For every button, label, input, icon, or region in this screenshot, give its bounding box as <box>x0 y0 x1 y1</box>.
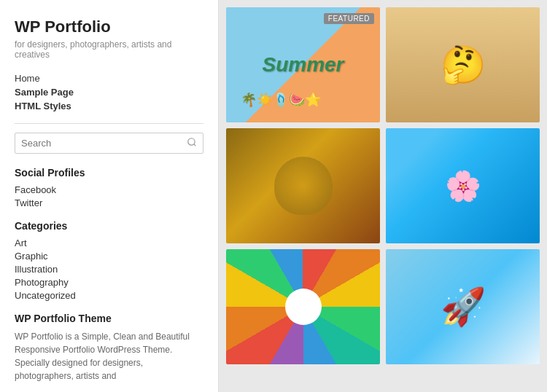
theme-description: WP Portfolio is a Simple, Clean and Beau… <box>15 330 203 383</box>
portfolio-item-buddha[interactable] <box>226 128 380 243</box>
portfolio-grid: Summer FEATURED 🤔 🌸 <box>226 7 540 364</box>
svg-line-1 <box>194 144 196 146</box>
category-uncategorized[interactable]: Uncategorized <box>15 290 203 301</box>
social-list: Facebook Twitter <box>15 184 203 208</box>
flower-image: 🌸 <box>386 128 540 243</box>
categories-list: Art Graphic Illustration Photography Unc… <box>15 238 203 301</box>
social-item-facebook[interactable]: Facebook <box>15 184 203 195</box>
nav-item-html[interactable]: HTML Styles <box>15 101 203 111</box>
featured-badge: FEATURED <box>324 13 374 24</box>
social-title: Social Profiles <box>15 167 203 179</box>
nav-menu: Home Sample Page HTML Styles <box>15 73 203 111</box>
category-graphic[interactable]: Graphic <box>15 251 203 262</box>
theme-title: WP Portfolio Theme <box>15 313 203 324</box>
portfolio-item-cartoon[interactable]: 🤔 <box>386 7 540 122</box>
buddha-image <box>226 128 380 243</box>
search-box[interactable] <box>15 133 203 154</box>
pencils-image <box>226 249 380 364</box>
site-tagline: for designers, photographers, artists an… <box>15 39 203 60</box>
divider <box>15 123 203 124</box>
site-title: WP Portfolio <box>15 17 203 36</box>
rocket-image: 🚀 <box>386 249 540 364</box>
social-item-twitter[interactable]: Twitter <box>15 197 203 208</box>
main-content: Summer FEATURED 🤔 🌸 <box>219 0 547 392</box>
nav-item-sample[interactable]: Sample Page <box>15 87 203 98</box>
category-illustration[interactable]: Illustration <box>15 264 203 275</box>
nav-item-home[interactable]: Home <box>15 73 203 84</box>
summer-text: Summer <box>262 53 344 77</box>
portfolio-item-rocket[interactable]: 🚀 <box>386 249 540 364</box>
category-art[interactable]: Art <box>15 238 203 248</box>
category-photography[interactable]: Photography <box>15 277 203 288</box>
portfolio-item-pencils[interactable] <box>226 249 380 364</box>
search-input[interactable] <box>21 138 187 149</box>
search-icon <box>187 137 197 149</box>
pencils-center <box>285 289 322 325</box>
cartoon-image: 🤔 <box>386 7 540 122</box>
svg-point-0 <box>188 138 195 145</box>
sidebar: WP Portfolio for designers, photographer… <box>0 0 219 392</box>
categories-title: Categories <box>15 220 203 232</box>
portfolio-item-flower[interactable]: 🌸 <box>386 128 540 243</box>
portfolio-item-summer[interactable]: Summer FEATURED <box>226 7 380 122</box>
